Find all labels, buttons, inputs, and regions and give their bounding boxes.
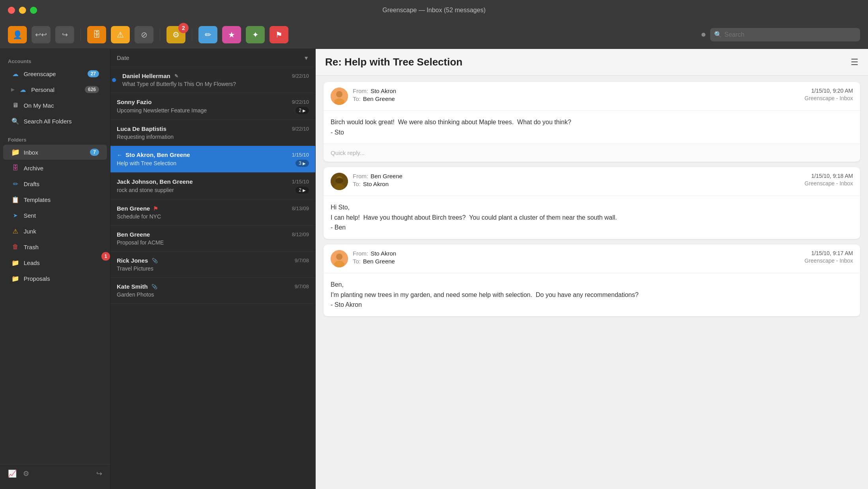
email-item-1[interactable]: Daniel Hellerman ✎ 9/22/10 What Type of … (110, 67, 315, 93)
folders-label: Folders (0, 134, 110, 144)
from-name-3: Sto Akron (370, 250, 396, 257)
to-label-2: To: (353, 181, 361, 187)
sidebar-onmymac-label: On My Mac (24, 102, 99, 109)
settings-badge: 2 (178, 23, 189, 33)
activity-icon[interactable]: 📈 (8, 469, 17, 478)
email-item-6[interactable]: Ben Greene ⚑ 8/13/09 Schedule for NYC (110, 200, 315, 226)
sidebar-proposals-label: Proposals (24, 275, 99, 282)
email-item-5[interactable]: Jack Johnson, Ben Greene 1/15/10 rock an… (110, 173, 315, 200)
sent-icon: ➤ (11, 211, 20, 220)
email-date: 8/12/09 (292, 231, 309, 237)
search-input[interactable] (710, 28, 860, 41)
sidebar-item-proposals[interactable]: 📁 Proposals (3, 271, 107, 286)
message-time-3: 1/15/10, 9:17 AM (811, 250, 853, 256)
forward-button[interactable]: ↪ (55, 26, 74, 43)
detail-title: Re: Help with Tree Selection (325, 56, 462, 68)
settings-btn-wrap: ⚙ 2 (166, 26, 185, 43)
sidebar-templates-label: Templates (24, 196, 99, 203)
sidebar-drafts-label: Drafts (24, 181, 99, 187)
flag-button[interactable]: ⚑ (269, 26, 288, 43)
sidebar-item-leads[interactable]: 📁 Leads 1 (3, 255, 107, 270)
archive-button[interactable]: 🗄 (87, 26, 106, 43)
close-button[interactable] (8, 7, 15, 14)
message-body-3: Ben, I'm planting new trees in my garden… (324, 273, 860, 316)
settings-bottom-icon[interactable]: ⚙ (23, 469, 29, 478)
email-subject-text: Schedule for NYC (117, 213, 161, 220)
message-body-2: Hi Sto, I can help! Have you thought abo… (324, 196, 860, 239)
search-wrap: 🔍 (710, 28, 860, 41)
email-sender: Ben Greene ⚑ (117, 205, 158, 212)
to-label: To: (353, 95, 361, 102)
sidebar-item-archive[interactable]: 🗄 Archive (3, 161, 107, 175)
sidebar-item-templates[interactable]: 📋 Templates (3, 192, 107, 207)
email-subject-text: Proposal for ACME (117, 239, 164, 246)
to-name-2: Sto Akron (363, 181, 389, 187)
thread-badge: 2 ▶ (296, 187, 309, 194)
quick-reply-1[interactable]: Quick reply... (324, 144, 860, 162)
account-button[interactable]: 👤 (8, 26, 27, 43)
star-icon: ★ (228, 30, 235, 39)
email-item-4[interactable]: ← Sto Akron, Ben Greene 1/15/10 Help wit… (110, 146, 315, 173)
accounts-label: Accounts (0, 55, 110, 66)
gear-icon: ⚙ (172, 30, 180, 39)
message-time-2: 1/15/10, 9:18 AM (811, 173, 853, 179)
to-row-2: To: Sto Akron (353, 181, 402, 187)
sidebar-item-on-my-mac[interactable]: 🖥 On My Mac (3, 98, 107, 113)
search-all-icon: 🔍 (11, 117, 20, 125)
junk-button[interactable]: ⚠ (111, 26, 130, 43)
sidebar-item-personal[interactable]: ▶ ☁ Personal 626 (3, 82, 107, 97)
email-item-8[interactable]: Rick Jones 📎 9/7/08 Travel Pictures (110, 252, 315, 278)
email-item-9[interactable]: Kate Smith 📎 9/7/08 Garden Photos (110, 278, 315, 304)
message-inbox-2: Greenscape - Inbox (804, 180, 853, 187)
to-label-3: To: (353, 258, 361, 265)
time-info-1: 1/15/10, 9:20 AM Greenscape - Inbox (804, 88, 853, 101)
sidebar-item-junk[interactable]: ⚠ Junk (3, 224, 107, 239)
sidebar-item-greenscape[interactable]: ☁ Greenscape 27 (3, 66, 107, 81)
delete-icon: ⊘ (141, 30, 148, 39)
from-label: From: (353, 88, 368, 94)
email-sender: Jack Johnson, Ben Greene (117, 178, 193, 185)
maximize-button[interactable] (30, 7, 37, 14)
delete-button[interactable]: ⊘ (135, 26, 153, 43)
sidebar-item-inbox[interactable]: 📁 Inbox 7 (3, 145, 107, 160)
email-date: 9/22/10 (292, 73, 309, 79)
email-date: 1/15/10 (292, 179, 309, 185)
tag-icon: ✦ (252, 30, 259, 39)
star-button[interactable]: ★ (222, 26, 241, 43)
email-item-top: Rick Jones 📎 9/7/08 (117, 257, 309, 264)
email-item-top: Jack Johnson, Ben Greene 1/15/10 (117, 178, 309, 185)
from-label-2: From: (353, 173, 368, 179)
email-item-top: Ben Greene ⚑ 8/13/09 (117, 205, 309, 212)
sidebar-item-search-all[interactable]: 🔍 Search All Folders (3, 114, 107, 129)
sidebar-item-trash[interactable]: 🗑 Trash (3, 239, 107, 254)
sidebar-item-sent[interactable]: ➤ Sent (3, 208, 107, 223)
email-item-7[interactable]: Ben Greene 8/12/09 Proposal for ACME (110, 226, 315, 252)
cloud-icon-personal: ☁ (19, 85, 27, 94)
minimize-button[interactable] (19, 7, 26, 14)
sidebar-item-drafts[interactable]: ✏ Drafts (3, 176, 107, 191)
flag-icon: ⚑ (275, 30, 282, 39)
email-item-top: Kate Smith 📎 9/7/08 (117, 283, 309, 290)
sort-chevron-icon[interactable]: ▼ (303, 55, 309, 61)
unread-dot (112, 78, 116, 82)
email-item-3[interactable]: Luca De Baptistis 9/22/10 Requesting inf… (110, 120, 315, 146)
signout-icon[interactable]: ↪ (96, 469, 102, 478)
message-inbox-3: Greenscape - Inbox (804, 258, 853, 264)
detail-menu-icon[interactable]: ☰ (851, 57, 859, 67)
avatar-ben-1 (331, 173, 348, 190)
email-item-2[interactable]: Sonny Fazio 9/22/10 Upcoming Newsletter … (110, 93, 315, 120)
leads-icon: 📁 (11, 258, 20, 267)
reply-all-icon: ↩↩ (35, 30, 47, 39)
avatar-sto-1 (331, 88, 348, 105)
personal-badge: 626 (85, 86, 99, 93)
reply-all-button[interactable]: ↩↩ (32, 26, 51, 43)
to-name-3: Ben Greene (363, 258, 395, 265)
email-subject: rock and stone supplier 2 ▶ (117, 187, 309, 194)
time-info-2: 1/15/10, 9:18 AM Greenscape - Inbox (804, 173, 853, 187)
dot-indicator (702, 33, 705, 37)
compose-button[interactable]: ✏ (198, 26, 217, 43)
detail-panel: Re: Help with Tree Selection ☰ (316, 49, 868, 489)
thread-arrow: ▶ (303, 188, 306, 192)
tag-button[interactable]: ✦ (246, 26, 265, 43)
proposals-icon: 📁 (11, 274, 20, 283)
